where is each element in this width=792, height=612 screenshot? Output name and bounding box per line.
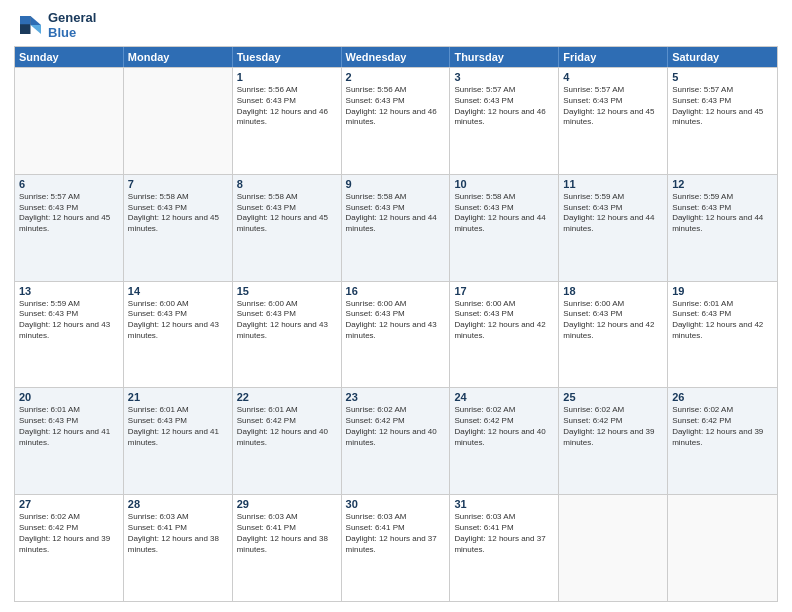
cal-cell xyxy=(559,495,668,601)
cell-info: Sunrise: 6:02 AM Sunset: 6:42 PM Dayligh… xyxy=(563,405,663,448)
day-number: 24 xyxy=(454,391,554,403)
cal-cell: 31Sunrise: 6:03 AM Sunset: 6:41 PM Dayli… xyxy=(450,495,559,601)
cell-info: Sunrise: 6:02 AM Sunset: 6:42 PM Dayligh… xyxy=(672,405,773,448)
calendar: SundayMondayTuesdayWednesdayThursdayFrid… xyxy=(14,46,778,602)
cal-cell: 10Sunrise: 5:58 AM Sunset: 6:43 PM Dayli… xyxy=(450,175,559,281)
cell-info: Sunrise: 5:58 AM Sunset: 6:43 PM Dayligh… xyxy=(346,192,446,235)
cell-info: Sunrise: 6:01 AM Sunset: 6:43 PM Dayligh… xyxy=(128,405,228,448)
calendar-row-3: 13Sunrise: 5:59 AM Sunset: 6:43 PM Dayli… xyxy=(15,281,777,388)
cell-info: Sunrise: 5:59 AM Sunset: 6:43 PM Dayligh… xyxy=(19,299,119,342)
cal-cell: 27Sunrise: 6:02 AM Sunset: 6:42 PM Dayli… xyxy=(15,495,124,601)
calendar-row-1: 1Sunrise: 5:56 AM Sunset: 6:43 PM Daylig… xyxy=(15,67,777,174)
day-number: 3 xyxy=(454,71,554,83)
day-number: 22 xyxy=(237,391,337,403)
day-number: 8 xyxy=(237,178,337,190)
cell-info: Sunrise: 5:56 AM Sunset: 6:43 PM Dayligh… xyxy=(237,85,337,128)
cal-cell: 22Sunrise: 6:01 AM Sunset: 6:42 PM Dayli… xyxy=(233,388,342,494)
cal-cell: 23Sunrise: 6:02 AM Sunset: 6:42 PM Dayli… xyxy=(342,388,451,494)
weekday-header-friday: Friday xyxy=(559,47,668,67)
weekday-header-thursday: Thursday xyxy=(450,47,559,67)
logo-icon xyxy=(14,10,44,40)
calendar-header: SundayMondayTuesdayWednesdayThursdayFrid… xyxy=(15,47,777,67)
cell-info: Sunrise: 6:03 AM Sunset: 6:41 PM Dayligh… xyxy=(346,512,446,555)
cell-info: Sunrise: 6:00 AM Sunset: 6:43 PM Dayligh… xyxy=(237,299,337,342)
cal-cell: 12Sunrise: 5:59 AM Sunset: 6:43 PM Dayli… xyxy=(668,175,777,281)
day-number: 14 xyxy=(128,285,228,297)
cell-info: Sunrise: 5:57 AM Sunset: 6:43 PM Dayligh… xyxy=(19,192,119,235)
cell-info: Sunrise: 6:00 AM Sunset: 6:43 PM Dayligh… xyxy=(454,299,554,342)
cal-cell xyxy=(15,68,124,174)
cal-cell: 7Sunrise: 5:58 AM Sunset: 6:43 PM Daylig… xyxy=(124,175,233,281)
cal-cell: 28Sunrise: 6:03 AM Sunset: 6:41 PM Dayli… xyxy=(124,495,233,601)
day-number: 19 xyxy=(672,285,773,297)
day-number: 26 xyxy=(672,391,773,403)
weekday-header-sunday: Sunday xyxy=(15,47,124,67)
day-number: 13 xyxy=(19,285,119,297)
cell-info: Sunrise: 5:59 AM Sunset: 6:43 PM Dayligh… xyxy=(672,192,773,235)
day-number: 31 xyxy=(454,498,554,510)
day-number: 15 xyxy=(237,285,337,297)
day-number: 20 xyxy=(19,391,119,403)
logo: General Blue xyxy=(14,10,96,40)
cal-cell: 14Sunrise: 6:00 AM Sunset: 6:43 PM Dayli… xyxy=(124,282,233,388)
day-number: 29 xyxy=(237,498,337,510)
day-number: 5 xyxy=(672,71,773,83)
day-number: 6 xyxy=(19,178,119,190)
cell-info: Sunrise: 5:57 AM Sunset: 6:43 PM Dayligh… xyxy=(672,85,773,128)
cal-cell: 15Sunrise: 6:00 AM Sunset: 6:43 PM Dayli… xyxy=(233,282,342,388)
day-number: 16 xyxy=(346,285,446,297)
weekday-header-tuesday: Tuesday xyxy=(233,47,342,67)
cell-info: Sunrise: 6:00 AM Sunset: 6:43 PM Dayligh… xyxy=(563,299,663,342)
cal-cell: 13Sunrise: 5:59 AM Sunset: 6:43 PM Dayli… xyxy=(15,282,124,388)
cal-cell: 29Sunrise: 6:03 AM Sunset: 6:41 PM Dayli… xyxy=(233,495,342,601)
day-number: 10 xyxy=(454,178,554,190)
cal-cell: 11Sunrise: 5:59 AM Sunset: 6:43 PM Dayli… xyxy=(559,175,668,281)
day-number: 9 xyxy=(346,178,446,190)
svg-marker-0 xyxy=(31,16,42,25)
cal-cell: 18Sunrise: 6:00 AM Sunset: 6:43 PM Dayli… xyxy=(559,282,668,388)
day-number: 21 xyxy=(128,391,228,403)
cell-info: Sunrise: 5:58 AM Sunset: 6:43 PM Dayligh… xyxy=(237,192,337,235)
svg-marker-1 xyxy=(31,25,42,34)
cal-cell: 6Sunrise: 5:57 AM Sunset: 6:43 PM Daylig… xyxy=(15,175,124,281)
cell-info: Sunrise: 6:03 AM Sunset: 6:41 PM Dayligh… xyxy=(128,512,228,555)
day-number: 7 xyxy=(128,178,228,190)
cal-cell: 4Sunrise: 5:57 AM Sunset: 6:43 PM Daylig… xyxy=(559,68,668,174)
day-number: 30 xyxy=(346,498,446,510)
calendar-row-5: 27Sunrise: 6:02 AM Sunset: 6:42 PM Dayli… xyxy=(15,494,777,601)
logo-text: General Blue xyxy=(48,10,96,40)
day-number: 28 xyxy=(128,498,228,510)
cell-info: Sunrise: 5:58 AM Sunset: 6:43 PM Dayligh… xyxy=(454,192,554,235)
cal-cell xyxy=(124,68,233,174)
day-number: 25 xyxy=(563,391,663,403)
day-number: 17 xyxy=(454,285,554,297)
calendar-body: 1Sunrise: 5:56 AM Sunset: 6:43 PM Daylig… xyxy=(15,67,777,601)
cell-info: Sunrise: 6:00 AM Sunset: 6:43 PM Dayligh… xyxy=(346,299,446,342)
day-number: 23 xyxy=(346,391,446,403)
header: General Blue xyxy=(14,10,778,40)
day-number: 12 xyxy=(672,178,773,190)
cal-cell xyxy=(668,495,777,601)
cal-cell: 16Sunrise: 6:00 AM Sunset: 6:43 PM Dayli… xyxy=(342,282,451,388)
cal-cell: 1Sunrise: 5:56 AM Sunset: 6:43 PM Daylig… xyxy=(233,68,342,174)
weekday-header-monday: Monday xyxy=(124,47,233,67)
cell-info: Sunrise: 6:01 AM Sunset: 6:43 PM Dayligh… xyxy=(19,405,119,448)
cell-info: Sunrise: 5:57 AM Sunset: 6:43 PM Dayligh… xyxy=(563,85,663,128)
day-number: 11 xyxy=(563,178,663,190)
calendar-row-4: 20Sunrise: 6:01 AM Sunset: 6:43 PM Dayli… xyxy=(15,387,777,494)
day-number: 18 xyxy=(563,285,663,297)
cal-cell: 3Sunrise: 5:57 AM Sunset: 6:43 PM Daylig… xyxy=(450,68,559,174)
cell-info: Sunrise: 6:02 AM Sunset: 6:42 PM Dayligh… xyxy=(454,405,554,448)
cell-info: Sunrise: 5:57 AM Sunset: 6:43 PM Dayligh… xyxy=(454,85,554,128)
cell-info: Sunrise: 5:58 AM Sunset: 6:43 PM Dayligh… xyxy=(128,192,228,235)
cal-cell: 2Sunrise: 5:56 AM Sunset: 6:43 PM Daylig… xyxy=(342,68,451,174)
day-number: 1 xyxy=(237,71,337,83)
weekday-header-saturday: Saturday xyxy=(668,47,777,67)
cal-cell: 8Sunrise: 5:58 AM Sunset: 6:43 PM Daylig… xyxy=(233,175,342,281)
cal-cell: 17Sunrise: 6:00 AM Sunset: 6:43 PM Dayli… xyxy=(450,282,559,388)
page: General Blue SundayMondayTuesdayWednesda… xyxy=(0,0,792,612)
cal-cell: 5Sunrise: 5:57 AM Sunset: 6:43 PM Daylig… xyxy=(668,68,777,174)
cal-cell: 26Sunrise: 6:02 AM Sunset: 6:42 PM Dayli… xyxy=(668,388,777,494)
cell-info: Sunrise: 6:02 AM Sunset: 6:42 PM Dayligh… xyxy=(346,405,446,448)
cell-info: Sunrise: 6:01 AM Sunset: 6:42 PM Dayligh… xyxy=(237,405,337,448)
